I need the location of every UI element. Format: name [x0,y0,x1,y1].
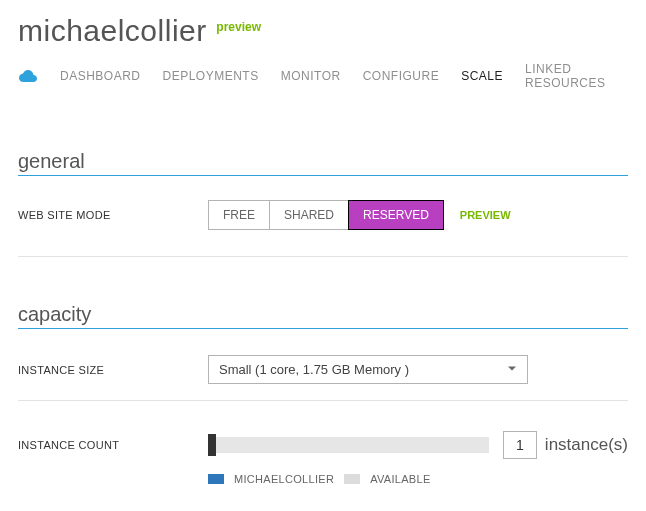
tab-linked-resources[interactable]: LINKED RESOURCES [525,62,628,90]
tab-scale[interactable]: SCALE [461,69,503,83]
legend-swatch-available [344,474,360,484]
mode-preview-badge: PREVIEW [460,209,511,221]
section-title-general: general [18,150,628,173]
section-rule [18,175,628,176]
row-instance-count: INSTANCE COUNT instance(s) [18,431,628,459]
section-rule [18,328,628,329]
slider-handle[interactable] [208,434,216,456]
instance-count-input[interactable] [503,431,537,459]
tab-monitor[interactable]: MONITOR [281,69,341,83]
instance-legend: MICHAELCOLLIER AVAILABLE [208,473,628,485]
instance-size-value: Small (1 core, 1.75 GB Memory ) [208,355,528,384]
mode-option-free[interactable]: FREE [209,201,270,229]
instance-count-slider[interactable] [208,437,489,453]
tab-configure[interactable]: CONFIGURE [363,69,440,83]
preview-tag: preview [216,20,261,34]
tab-deployments[interactable]: DEPLOYMENTS [163,69,259,83]
tab-bar: DASHBOARD DEPLOYMENTS MONITOR CONFIGURE … [18,62,628,90]
label-instance-size: INSTANCE SIZE [18,364,208,376]
legend-swatch-used [208,474,224,484]
site-name: michaelcollier [18,14,207,48]
cloud-icon [18,69,38,83]
instance-count-suffix: instance(s) [545,435,628,455]
tab-dashboard[interactable]: DASHBOARD [60,69,141,83]
label-instance-count: INSTANCE COUNT [18,439,208,451]
divider [18,400,628,401]
label-web-site-mode: WEB SITE MODE [18,209,208,221]
instance-size-select[interactable]: Small (1 core, 1.75 GB Memory ) [208,355,528,384]
section-title-capacity: capacity [18,303,628,326]
legend-used-label: MICHAELCOLLIER [234,473,334,485]
page-header: michaelcollier preview [18,14,628,48]
mode-option-reserved[interactable]: RESERVED [348,200,444,230]
row-web-site-mode: WEB SITE MODE FREE SHARED RESERVED PREVI… [18,200,628,230]
mode-option-shared[interactable]: SHARED [270,201,349,229]
divider [18,256,628,257]
mode-toggle-group: FREE SHARED RESERVED [208,200,444,230]
row-instance-size: INSTANCE SIZE Small (1 core, 1.75 GB Mem… [18,355,628,384]
legend-available-label: AVAILABLE [370,473,430,485]
